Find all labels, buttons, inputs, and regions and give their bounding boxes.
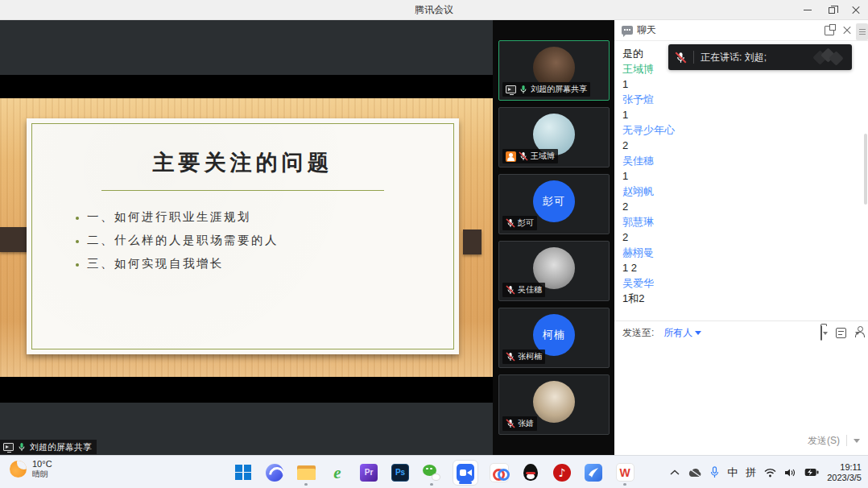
mic-on-icon bbox=[519, 85, 528, 94]
file-explorer-button[interactable] bbox=[296, 461, 316, 485]
dropdown-caret-icon bbox=[823, 332, 828, 335]
netease-music-button[interactable]: ♪ bbox=[552, 461, 572, 485]
close-chat-icon[interactable] bbox=[842, 26, 852, 35]
meeting-logo-watermark bbox=[812, 48, 845, 66]
onedrive-cloud-icon[interactable] bbox=[688, 468, 702, 478]
send-to-dropdown[interactable]: 所有人 bbox=[663, 326, 701, 340]
chat-message-text: 1 bbox=[622, 107, 860, 122]
chat-input-area[interactable] bbox=[614, 345, 868, 431]
participant-tile[interactable]: 张婧 bbox=[498, 374, 610, 435]
participant-tile[interactable]: 柯楠 张柯楠 bbox=[498, 308, 610, 368]
mic-muted-slot bbox=[675, 52, 687, 64]
show-hidden-icons-chevron[interactable] bbox=[670, 469, 680, 476]
chat-message-text: 1 bbox=[622, 168, 860, 184]
mic-muted-icon bbox=[519, 151, 528, 161]
mic-on-icon bbox=[17, 442, 27, 452]
wps-button[interactable]: W bbox=[614, 461, 635, 485]
internet-explorer-button[interactable]: e bbox=[327, 461, 348, 485]
panel-drag-handle[interactable] bbox=[856, 23, 868, 40]
chat-bubble-icon bbox=[622, 26, 633, 35]
chat-sender-name[interactable]: 吴爱华 bbox=[622, 275, 860, 291]
mention-button[interactable] bbox=[854, 326, 860, 341]
popout-panel-icon[interactable] bbox=[825, 26, 834, 35]
battery-icon[interactable] bbox=[804, 468, 819, 477]
chat-sender-name[interactable]: 赵翊帆 bbox=[622, 184, 860, 199]
chat-sender-name[interactable]: 郭慧琳 bbox=[622, 214, 860, 230]
participant-avatar bbox=[533, 381, 575, 423]
avatar-initials: 彭可 bbox=[543, 194, 565, 209]
active-app-indicator bbox=[459, 482, 472, 484]
announcement-icon[interactable] bbox=[836, 328, 846, 338]
slide-decor-right bbox=[463, 230, 482, 254]
ime-input-mode-indicator[interactable]: 拼 bbox=[746, 465, 756, 480]
mic-muted-icon bbox=[506, 285, 515, 295]
tencent-meeting-button[interactable] bbox=[453, 460, 478, 486]
slide-divider bbox=[101, 190, 384, 191]
chat-scrollbar[interactable] bbox=[864, 134, 867, 205]
internet-explorer-icon: e bbox=[333, 465, 341, 481]
mic-status-slot bbox=[519, 151, 528, 161]
chat-sender-name[interactable]: 张予煊 bbox=[622, 92, 860, 107]
participant-tile[interactable]: 吴佳穗 bbox=[498, 241, 610, 301]
speaker-icon[interactable] bbox=[784, 468, 796, 478]
host-badge-icon bbox=[506, 151, 516, 162]
minimize-button[interactable] bbox=[796, 0, 820, 20]
rings-app-icon bbox=[490, 463, 509, 482]
photoshop-button[interactable]: Ps bbox=[390, 461, 411, 485]
microphone-tray-icon[interactable] bbox=[710, 466, 719, 478]
send-to-row: 发送至: 所有人 bbox=[614, 321, 868, 345]
restore-button[interactable] bbox=[820, 0, 844, 20]
rings-app-button[interactable] bbox=[489, 461, 510, 485]
chat-message-text: 1和2 bbox=[622, 291, 860, 306]
chat-sender-name[interactable]: 赫栩曼 bbox=[622, 245, 860, 260]
participant-tile[interactable]: 彭可 彭可 bbox=[498, 174, 610, 234]
photoshop-icon: Ps bbox=[391, 464, 409, 482]
weather-widget[interactable]: 10°C 晴朗 bbox=[10, 459, 52, 479]
chat-message: 无寻少年心 2 bbox=[622, 122, 860, 153]
screen-share-status-text: 刘超的屏幕共享 bbox=[30, 441, 92, 453]
participant-tile[interactable]: 王域博 bbox=[498, 107, 610, 167]
ime-language-indicator[interactable]: 中 bbox=[727, 465, 738, 480]
chat-message-list[interactable]: 是的 王域博 1 张予煊 1 无寻少年心 2 吴佳穗 1 赵翊帆 2 郭慧琳 2… bbox=[614, 41, 868, 321]
chat-message: 赫栩曼 1 2 bbox=[622, 245, 860, 275]
thunder-button[interactable] bbox=[583, 461, 604, 485]
participant-name: 张婧 bbox=[518, 418, 534, 429]
close-icon bbox=[852, 6, 860, 14]
chat-message-text: 2 bbox=[622, 230, 860, 245]
participant-avatar: 彭可 bbox=[533, 180, 575, 222]
system-tray: 中 拼 19:11 2023/3/5 bbox=[670, 456, 862, 488]
browser-icon bbox=[266, 464, 283, 482]
window-titlebar: 腾讯会议 bbox=[0, 0, 868, 20]
participant-tile[interactable]: 刘超的屏幕共享 bbox=[498, 40, 610, 101]
file-attach-button[interactable] bbox=[820, 326, 828, 341]
chat-message-text: 1 bbox=[622, 77, 860, 92]
chat-message-text: 2 bbox=[622, 138, 860, 153]
close-button[interactable] bbox=[844, 0, 868, 20]
participant-name: 张柯楠 bbox=[518, 351, 542, 362]
send-options-caret-icon[interactable] bbox=[854, 439, 860, 443]
mic-status-slot bbox=[519, 85, 528, 94]
letterbox-bottom bbox=[0, 377, 493, 403]
chat-message-text: 2 bbox=[622, 199, 860, 214]
premiere-button[interactable]: Pr bbox=[358, 461, 379, 485]
windows-taskbar: 10°C 晴朗 e Pr Ps ♪ W 中 拼 19:11 2023/3/5 bbox=[0, 455, 868, 488]
participant-label: 张婧 bbox=[502, 416, 537, 431]
send-row: 发送(S) bbox=[614, 431, 868, 455]
start-button[interactable] bbox=[233, 461, 254, 485]
chat-sender-name[interactable]: 无寻少年心 bbox=[622, 122, 860, 138]
wifi-icon[interactable] bbox=[764, 468, 776, 478]
taskbar-clock[interactable]: 19:11 2023/3/5 bbox=[827, 462, 862, 483]
qq-button[interactable] bbox=[520, 461, 541, 485]
chat-sender-name[interactable]: 吴佳穗 bbox=[622, 153, 860, 168]
window-title: 腾讯会议 bbox=[415, 3, 453, 17]
participant-name: 吴佳穗 bbox=[518, 284, 542, 296]
send-button[interactable]: 发送(S) bbox=[808, 434, 840, 448]
thunder-bird-icon bbox=[585, 464, 602, 482]
browser-app-button[interactable] bbox=[264, 461, 285, 485]
minimize-icon bbox=[804, 10, 812, 10]
file-explorer-icon bbox=[297, 465, 316, 480]
wechat-button[interactable] bbox=[421, 461, 442, 485]
mic-status-slot bbox=[506, 419, 515, 428]
chat-message: 吴佳穗 1 bbox=[622, 153, 860, 184]
avatar-initials: 柯楠 bbox=[543, 328, 565, 342]
